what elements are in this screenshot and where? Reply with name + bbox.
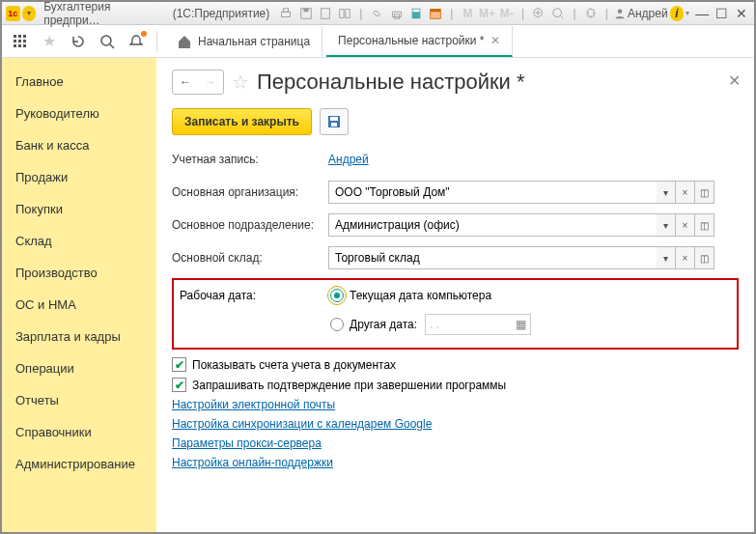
notifications-icon[interactable] [124, 29, 149, 54]
m-plus-icon[interactable]: M+ [478, 4, 495, 23]
search-icon[interactable] [95, 29, 120, 54]
link-icon[interactable] [368, 4, 385, 23]
nav-admin[interactable]: Администрирование [2, 448, 156, 480]
dept-input[interactable] [328, 213, 657, 237]
nav-hr[interactable]: Зарплата и кадры [2, 321, 156, 352]
settings-icon[interactable] [582, 4, 600, 23]
tab-personal-settings[interactable]: Персональные настройки * ✕ [326, 26, 512, 57]
org-field: ▾ × ◫ [328, 181, 714, 204]
nav-refs[interactable]: Справочники [2, 416, 156, 448]
radio-other-label: Другая дата: [350, 318, 417, 331]
nav-history: ← → [172, 70, 224, 95]
zoom-in-icon[interactable] [530, 4, 547, 23]
radio-current-label: Текущая дата компьютера [350, 289, 491, 302]
chk-confirm-label: Запрашивать подтверждение при завершении… [192, 379, 506, 392]
org-open-icon[interactable]: ◫ [695, 181, 714, 204]
link-proxy[interactable]: Параметры прокси-сервера [172, 436, 739, 450]
window-maximize[interactable]: ☐ [713, 6, 730, 21]
svg-line-15 [561, 15, 564, 18]
link-support[interactable]: Настройка онлайн-поддержки [172, 456, 739, 469]
wh-clear-icon[interactable]: × [676, 246, 695, 269]
radio-current-date[interactable]: Текущая дата компьютера [330, 289, 491, 302]
user-indicator[interactable]: Андрей [614, 7, 668, 20]
home-icon [177, 34, 192, 49]
wh-input[interactable] [328, 246, 657, 269]
work-date-group: Рабочая дата: Текущая дата компьютера Др… [172, 278, 739, 350]
save-icon[interactable] [296, 4, 314, 23]
radio-other-date[interactable]: Другая дата: [330, 318, 417, 331]
calendar-icon[interactable] [427, 4, 444, 23]
back-button[interactable]: ← [173, 70, 198, 94]
svg-rect-23 [14, 44, 16, 47]
nav-main[interactable]: Главное [2, 66, 156, 98]
app-menu-dropdown[interactable]: ▾ [22, 6, 37, 21]
wh-open-icon[interactable]: ◫ [695, 246, 714, 269]
org-clear-icon[interactable]: × [676, 181, 695, 204]
info-icon[interactable]: i [670, 6, 685, 21]
org-dropdown-icon[interactable]: ▾ [657, 181, 676, 204]
checkbox-confirm-exit[interactable]: ✔ Запрашивать подтверждение при завершен… [172, 378, 739, 392]
org-input[interactable] [328, 181, 657, 204]
checkbox-checked-icon: ✔ [172, 378, 186, 392]
svg-point-14 [553, 8, 562, 16]
m-icon[interactable]: M [459, 4, 476, 23]
nav-bank[interactable]: Банк и касса [2, 129, 156, 161]
wh-dropdown-icon[interactable]: ▾ [657, 246, 676, 269]
row-account: Учетная запись: Андрей [172, 147, 739, 172]
account-link[interactable]: Андрей [328, 153, 369, 166]
dept-open-icon[interactable]: ◫ [695, 213, 714, 237]
tab-close-icon[interactable]: ✕ [490, 34, 500, 47]
svg-rect-30 [331, 123, 337, 126]
favorites-icon[interactable]: ★ [37, 29, 62, 54]
nav-ops[interactable]: Операции [2, 352, 156, 384]
separator: | [569, 7, 579, 20]
tab-active-label: Персональные настройки * [338, 34, 484, 47]
save-button[interactable] [320, 108, 349, 135]
print2-icon[interactable] [387, 4, 405, 23]
nav-warehouse[interactable]: Склад [2, 225, 156, 257]
save-close-button[interactable]: Записать и закрыть [172, 108, 312, 135]
nav-manager[interactable]: Руководителю [2, 98, 156, 129]
header: ← → ☆ Персональные настройки * [172, 70, 739, 95]
print-icon[interactable] [277, 4, 294, 23]
link-google-sync[interactable]: Настройка синхронизации с календарем Goo… [172, 417, 739, 431]
apps-icon[interactable] [8, 29, 33, 54]
separator: | [446, 7, 457, 20]
titlebar: 1c ▾ Бухгалтерия предпри… (1С:Предприяти… [2, 2, 754, 25]
date-input[interactable]: . . ▦ [425, 314, 531, 335]
m-minus-icon[interactable]: M- [498, 4, 516, 23]
dept-dropdown-icon[interactable]: ▾ [657, 213, 676, 237]
settings-links: Настройки электронной почты Настройка си… [172, 398, 739, 469]
svg-rect-24 [18, 44, 21, 47]
app-logo-icon: 1c [6, 6, 20, 21]
svg-line-27 [110, 44, 114, 48]
body: Главное Руководителю Банк и касса Продаж… [2, 58, 754, 532]
nav-reports[interactable]: Отчеты [2, 384, 156, 416]
zoom-icon[interactable] [549, 4, 567, 23]
nav-purchases[interactable]: Покупки [2, 193, 156, 225]
info-dropdown[interactable]: ▾ [686, 9, 689, 17]
favorite-star-icon[interactable]: ☆ [232, 70, 249, 94]
toolbar: ★ Начальная страница Персональные настро… [2, 25, 754, 58]
calc-icon[interactable] [407, 4, 425, 23]
forward-button[interactable]: → [198, 70, 223, 94]
history-icon[interactable] [66, 29, 91, 54]
window-minimize[interactable]: — [693, 6, 711, 21]
nav-sales[interactable]: Продажи [2, 161, 156, 193]
row-wh: Основной склад: ▾ × ◫ [172, 245, 739, 270]
compare-icon[interactable] [336, 4, 353, 23]
link-email-settings[interactable]: Настройки электронной почты [172, 398, 739, 411]
calendar-picker-icon[interactable]: ▦ [516, 318, 526, 331]
doc-icon[interactable] [317, 4, 334, 23]
dept-clear-icon[interactable]: × [676, 213, 695, 237]
nav-assets[interactable]: ОС и НМА [2, 289, 156, 321]
user-name: Андрей [628, 7, 668, 20]
checkbox-show-accounts[interactable]: ✔ Показывать счета учета в документах [172, 357, 739, 372]
checkbox-checked-icon: ✔ [172, 357, 186, 372]
tab-home[interactable]: Начальная страница [165, 26, 322, 57]
row-dept: Основное подразделение: ▾ × ◫ [172, 212, 739, 238]
panel-close-icon[interactable]: ✕ [728, 71, 741, 90]
nav-production[interactable]: Производство [2, 257, 156, 289]
wh-field: ▾ × ◫ [328, 246, 714, 269]
window-close[interactable]: ✕ [733, 6, 750, 21]
